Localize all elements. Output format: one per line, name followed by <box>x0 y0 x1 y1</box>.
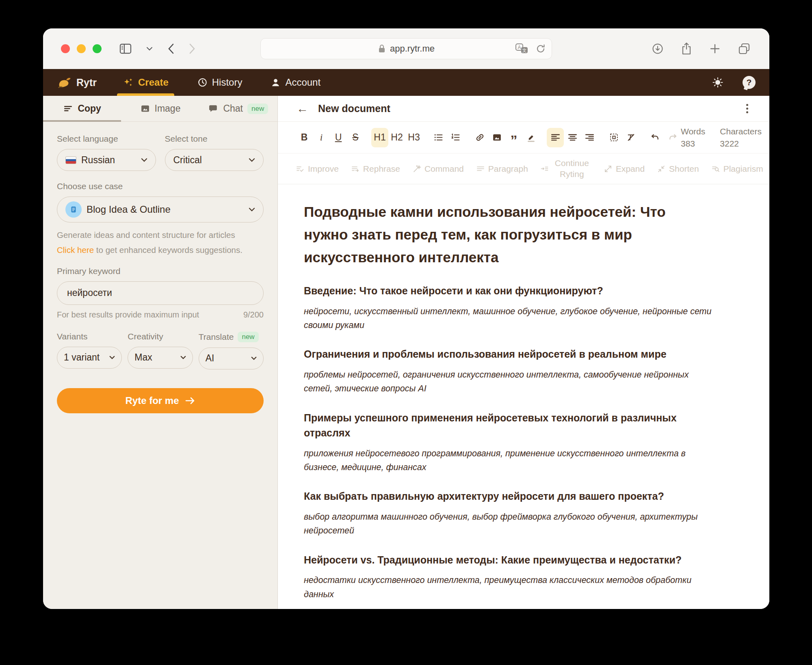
zoom-window-button[interactable] <box>93 44 102 53</box>
brand-name: Rytr <box>76 77 97 89</box>
use-case-select[interactable]: Blog Idea & Outline <box>57 196 264 222</box>
rytr-home-link[interactable]: Rytr <box>57 76 97 89</box>
tab-chat[interactable]: Chat new <box>199 96 277 121</box>
new-tab-icon[interactable] <box>709 43 721 54</box>
align-center-icon[interactable] <box>564 128 581 147</box>
tab-image[interactable]: Image <box>121 96 199 121</box>
bold-button[interactable]: B <box>296 128 313 147</box>
highlight-pen-icon[interactable] <box>522 128 539 147</box>
nav-account[interactable]: Account <box>271 69 320 96</box>
ryte-for-me-button[interactable]: Ryte for me <box>57 388 264 413</box>
tab-overview-chevron-icon[interactable] <box>146 47 153 51</box>
translate-select[interactable]: AI <box>199 348 264 369</box>
translate-icon[interactable]: A文 <box>515 43 529 54</box>
language-select[interactable]: Russian <box>57 149 156 171</box>
variants-label: Variants <box>57 332 122 341</box>
downloads-icon[interactable] <box>652 43 664 55</box>
link-icon[interactable] <box>471 128 488 147</box>
blockquote-icon[interactable]: ” <box>505 128 522 147</box>
forward-button[interactable] <box>189 43 196 54</box>
italic-button[interactable]: i <box>313 128 330 147</box>
align-right-icon[interactable] <box>581 128 598 147</box>
word-count: Words383 <box>681 125 705 149</box>
variants-select[interactable]: 1 variant <box>57 347 122 369</box>
app-header: Rytr Create History Account <box>43 69 769 96</box>
ai-tool-improve[interactable]: Improve <box>296 164 339 174</box>
shorten-icon <box>657 164 666 173</box>
document-title: Подводные камни использования нейросетей… <box>304 201 694 269</box>
continue-ryting-icon <box>540 164 549 173</box>
undo-icon[interactable] <box>647 128 664 147</box>
chat-new-badge: new <box>247 104 268 114</box>
nav-create[interactable]: Create <box>123 69 169 96</box>
select-block-icon[interactable] <box>605 128 622 147</box>
chevron-down-icon <box>180 356 186 359</box>
ai-tool-shorten[interactable]: Shorten <box>657 164 699 174</box>
creativity-select[interactable]: Max <box>128 347 193 369</box>
ai-tool-paragraph[interactable]: Paragraph <box>476 164 528 174</box>
heading1-button[interactable]: H1 <box>371 128 388 147</box>
arrow-right-icon <box>185 397 195 405</box>
heading2-button[interactable]: H2 <box>388 128 405 147</box>
creativity-label: Creativity <box>128 332 193 341</box>
translate-label: Translatenew <box>199 332 264 342</box>
heading3-button[interactable]: H3 <box>405 128 422 147</box>
ai-toolbar: ImproveRephraseCommandParagraphContinue … <box>278 153 769 184</box>
strikethrough-button[interactable]: S <box>347 128 364 147</box>
use-case-label: Choose use case <box>57 181 264 191</box>
section-heading: Как выбрать правильную архитектуру нейро… <box>304 489 714 504</box>
chevron-down-icon <box>141 158 147 162</box>
reload-icon[interactable] <box>535 43 546 54</box>
section-heading: Ограничения и проблемы использования ней… <box>304 347 714 362</box>
redo-icon[interactable] <box>664 128 681 147</box>
command-icon <box>412 164 421 173</box>
ai-tool-expand[interactable]: Expand <box>604 164 645 174</box>
tone-select[interactable]: Critical <box>165 149 264 171</box>
primary-keyword-input[interactable]: нейросети <box>57 281 264 305</box>
back-to-documents-button[interactable]: ← <box>297 103 308 114</box>
tab-overview-icon[interactable] <box>738 43 751 55</box>
russia-flag-icon <box>65 156 76 164</box>
help-icon[interactable]: ? <box>743 76 756 89</box>
ordered-list-icon[interactable] <box>447 128 464 147</box>
sparkles-icon <box>123 77 134 88</box>
click-here-link[interactable]: Click here <box>57 245 94 255</box>
active-sidetab-underline <box>43 120 121 122</box>
translate-new-badge: new <box>238 332 258 342</box>
back-button[interactable] <box>167 43 174 54</box>
chevron-down-icon <box>249 158 255 162</box>
image-icon <box>140 104 150 114</box>
nav-history[interactable]: History <box>197 69 243 96</box>
section-keywords: нейросети, искусственный интеллект, маши… <box>304 304 714 332</box>
bullet-list-icon[interactable] <box>430 128 447 147</box>
close-window-button[interactable] <box>61 44 70 53</box>
chevron-down-icon <box>251 356 257 360</box>
light-mode-toggle-icon[interactable] <box>712 76 724 89</box>
browser-window: app.rytr.me A文 <box>43 28 769 609</box>
section-heading: Нейросети vs. Традиционные методы: Какие… <box>304 553 714 568</box>
document-editor[interactable]: Подводные камни использования нейросетей… <box>278 184 769 609</box>
ai-tool-plagiarism[interactable]: Plagiarism <box>711 164 763 174</box>
underline-button[interactable]: U <box>330 128 347 147</box>
history-clock-icon <box>197 77 208 88</box>
address-bar[interactable]: app.rytr.me A文 <box>260 38 552 59</box>
traffic-lights <box>61 44 102 53</box>
editor-pane: ← New document B i U S H1 H2 H3 <box>278 96 769 609</box>
share-icon[interactable] <box>681 42 692 55</box>
sidebar-toggle-icon[interactable] <box>119 43 132 54</box>
chevron-down-icon <box>249 207 255 212</box>
align-left-icon[interactable] <box>547 128 564 147</box>
expand-icon <box>604 164 613 173</box>
insert-image-icon[interactable] <box>488 128 505 147</box>
minimize-window-button[interactable] <box>77 44 86 53</box>
tab-copy[interactable]: Copy <box>43 96 121 121</box>
chevron-down-icon <box>109 356 115 359</box>
clear-formatting-icon[interactable] <box>622 128 639 147</box>
ai-tool-command[interactable]: Command <box>412 164 464 174</box>
format-toolbar: B i U S H1 H2 H3 <box>278 122 769 153</box>
ai-tool-continue-ryting[interactable]: Continue Ryting <box>540 158 591 179</box>
ai-tool-rephrase[interactable]: Rephrase <box>351 164 400 174</box>
document-name[interactable]: New document <box>318 103 390 114</box>
section-keywords: недостатки искусственного интеллекта, пр… <box>304 573 714 601</box>
document-menu-button[interactable] <box>744 101 751 116</box>
